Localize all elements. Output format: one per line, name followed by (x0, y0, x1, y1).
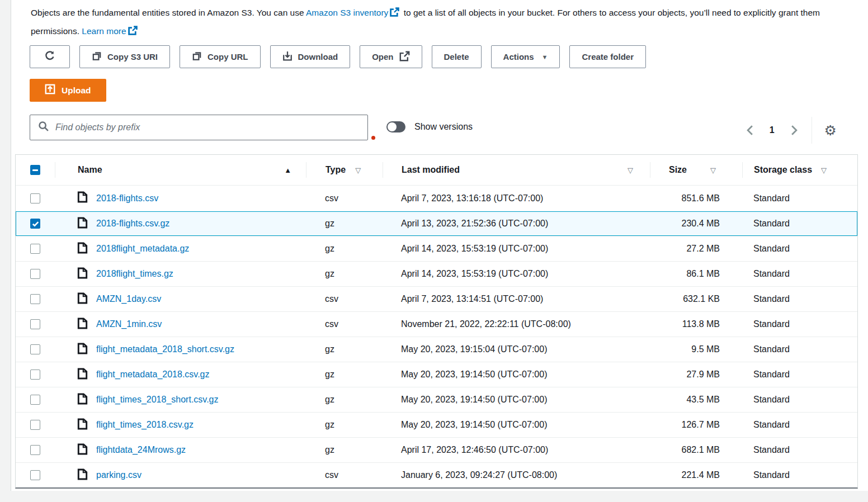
object-storage-class: Standard (742, 193, 857, 203)
create-folder-button[interactable]: Create folder (569, 45, 646, 68)
file-icon (77, 368, 88, 382)
copy-url-button[interactable]: Copy URL (180, 45, 261, 68)
column-header-name[interactable]: Name ▲ (55, 162, 306, 178)
object-name-link[interactable]: 2018flight_times.gz (96, 269, 173, 279)
upload-label: Upload (62, 86, 91, 96)
row-checkbox[interactable] (30, 470, 40, 480)
object-name-link[interactable]: 2018-flights.csv (96, 193, 158, 203)
file-icon (77, 292, 88, 306)
object-storage-class: Standard (742, 219, 857, 229)
object-type: gz (306, 219, 383, 229)
select-all-cell (16, 165, 55, 175)
column-header-type[interactable]: Type ▽ (306, 162, 383, 178)
object-name-link[interactable]: flightdata_24Mrows.gz (96, 445, 186, 455)
show-versions-toggle[interactable] (386, 121, 405, 132)
row-checkbox[interactable] (30, 319, 40, 329)
object-name-link[interactable]: AMZN_1min.csv (96, 319, 162, 329)
column-header-last-modified[interactable]: Last modified ▽ (383, 162, 650, 178)
object-name-link[interactable]: flight_metadata_2018.csv.gz (96, 370, 210, 380)
object-size: 27.2 MB (650, 244, 742, 254)
object-storage-class: Standard (742, 395, 857, 405)
object-type: gz (306, 370, 383, 380)
sort-icon: ▽ (821, 166, 827, 174)
row-checkbox[interactable] (30, 344, 40, 354)
row-checkbox[interactable] (30, 370, 40, 380)
object-last-modified: April 14, 2023, 15:53:19 (UTC-07:00) (383, 269, 650, 279)
row-checkbox[interactable] (30, 420, 40, 430)
copy-s3-uri-button[interactable]: Copy S3 URI (79, 45, 170, 68)
object-size: 221.4 MB (650, 470, 742, 480)
sort-ascending-icon: ▲ (284, 166, 291, 174)
object-last-modified: May 20, 2023, 19:14:50 (UTC-07:00) (383, 395, 650, 405)
file-icon (77, 418, 88, 432)
open-label: Open (372, 52, 393, 61)
create-folder-label: Create folder (582, 52, 634, 61)
select-all-checkbox[interactable] (30, 165, 40, 175)
row-checkbox[interactable] (30, 244, 40, 254)
sort-icon: ▽ (628, 166, 633, 174)
objects-description: Objects are the fundamental entities sto… (31, 4, 863, 41)
table-row: AMZN_1min.csv csv November 21, 2022, 22:… (16, 311, 857, 337)
row-checkbox[interactable] (30, 219, 40, 229)
row-checkbox[interactable] (30, 395, 40, 405)
object-name-link[interactable]: 2018-flights.csv.gz (96, 219, 169, 229)
object-storage-class: Standard (742, 319, 857, 329)
storage-class-header-label: Storage class (754, 165, 812, 175)
objects-panel: Objects are the fundamental entities sto… (11, 0, 868, 491)
caret-down-icon: ▼ (542, 54, 548, 60)
preferences-gear-icon[interactable]: ⚙ (821, 121, 840, 140)
table-row: flight_metadata_2018_short.csv.gz gz May… (16, 337, 857, 362)
object-name-link[interactable]: flight_metadata_2018_short.csv.gz (96, 344, 234, 354)
object-last-modified: May 20, 2023, 19:14:50 (UTC-07:00) (383, 370, 650, 380)
amazon-s3-inventory-link[interactable]: Amazon S3 inventory (306, 8, 388, 17)
row-checkbox[interactable] (30, 269, 40, 279)
actions-button[interactable]: Actions ▼ (491, 45, 560, 68)
object-last-modified: May 20, 2023, 19:14:50 (UTC-07:00) (383, 420, 650, 430)
table-row: flight_times_2018.csv.gz gz May 20, 2023… (16, 412, 857, 437)
object-size: 113.8 MB (650, 319, 742, 329)
toggle-knob (388, 122, 397, 131)
upload-button[interactable]: Upload (30, 79, 106, 102)
object-last-modified: April 17, 2023, 12:46:50 (UTC-07:00) (383, 445, 650, 455)
upload-icon (45, 84, 55, 97)
learn-more-link[interactable]: Learn more (82, 26, 126, 36)
object-type: gz (306, 445, 383, 455)
download-label: Download (298, 52, 338, 61)
open-button[interactable]: Open (360, 45, 422, 68)
type-header-label: Type (326, 165, 346, 175)
object-last-modified: November 21, 2022, 22:22:11 (UTC-08:00) (383, 319, 650, 329)
object-size: 27.9 MB (650, 370, 742, 380)
download-icon (282, 51, 293, 63)
object-last-modified: May 20, 2023, 19:15:04 (UTC-07:00) (383, 344, 650, 354)
row-checkbox[interactable] (30, 445, 40, 455)
row-checkbox[interactable] (30, 294, 40, 304)
row-checkbox[interactable] (30, 193, 40, 203)
column-header-storage-class[interactable]: Storage class ▽ (742, 162, 857, 178)
size-header-label: Size (669, 165, 687, 175)
next-page-button[interactable] (785, 122, 804, 139)
object-type: csv (306, 193, 383, 203)
object-name-link[interactable]: flight_times_2018.csv.gz (96, 420, 194, 430)
object-storage-class: Standard (742, 470, 857, 480)
object-name-link[interactable]: AMZN_1day.csv (96, 294, 161, 304)
find-objects-input[interactable] (55, 122, 360, 132)
delete-button[interactable]: Delete (432, 45, 482, 68)
search-box[interactable] (30, 115, 368, 140)
download-button[interactable]: Download (270, 45, 351, 68)
table-row: 2018flight_metadata.gz gz April 14, 2023… (16, 236, 857, 261)
file-icon (77, 343, 88, 357)
object-storage-class: Standard (742, 420, 857, 430)
object-type: csv (306, 319, 383, 329)
previous-page-button[interactable] (740, 122, 760, 139)
object-name-link[interactable]: 2018flight_metadata.gz (96, 244, 189, 254)
object-name-link[interactable]: flight_times_2018_short.csv.gz (96, 395, 218, 405)
description-text-start: Objects are the fundamental entities sto… (31, 8, 306, 17)
refresh-button[interactable] (30, 45, 70, 68)
file-icon (77, 318, 88, 331)
table-row: parking.csv csv January 6, 2023, 09:24:2… (16, 462, 857, 487)
object-last-modified: January 6, 2023, 09:24:27 (UTC-08:00) (383, 470, 650, 480)
object-name-link[interactable]: parking.csv (96, 470, 141, 480)
column-header-size[interactable]: Size ▽ (650, 162, 742, 178)
show-versions-label: Show versions (414, 122, 473, 132)
refresh-icon (44, 50, 55, 63)
